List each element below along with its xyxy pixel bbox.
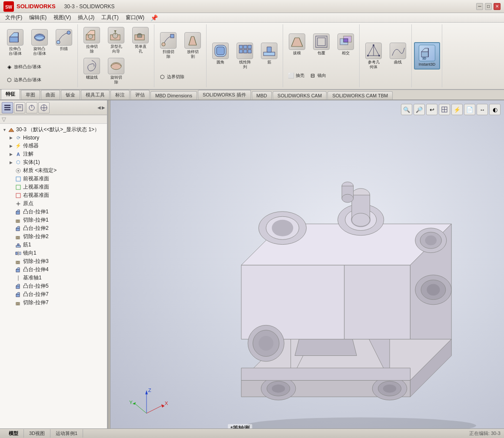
tree-item-front-plane[interactable]: ▶ 前视基准面 (9, 175, 105, 183)
tree-item-boss7[interactable]: ▶ 凸台-拉伸7 (9, 290, 105, 299)
mirror-button[interactable]: ⊟ 镜向 (307, 71, 328, 80)
close-button[interactable]: ✕ (494, 3, 501, 10)
svg-rect-17 (137, 35, 142, 37)
tree-item-boss2[interactable]: ▶ 凸台-拉伸2 (9, 224, 105, 232)
tab-sw-plugins[interactable]: SOLIDWORKS 插件 (198, 90, 251, 100)
menu-edit[interactable]: 编辑(E) (26, 13, 50, 22)
vp-section-btn[interactable]: ◐ (489, 104, 501, 115)
hole-wizard-button[interactable]: 异型孔向导 (104, 25, 128, 56)
boundary-boss-button[interactable]: ⬡ 边界凸台/基体 (3, 76, 43, 84)
sweep-cut-button[interactable]: 扫描切除 (157, 30, 180, 61)
filter-icon: ▽ (2, 116, 6, 123)
ref-geometry-button[interactable]: 参考几何体 (362, 41, 385, 71)
shell-hollow-button[interactable]: ⬜ 抽壳 (285, 71, 306, 80)
tree-item-axis1[interactable]: ▶ 基准轴1 (9, 274, 105, 282)
viewport[interactable]: Z X Y 🔍 🔎 ↩ ⚡ 📄 ↔ ◐ *等轴测 (110, 100, 504, 438)
loft-boss-button[interactable]: ◈ 放样凸台/基体 (3, 63, 43, 71)
draft-button[interactable]: 拔模 (285, 32, 309, 58)
intersect-button[interactable]: 相交 (334, 32, 357, 58)
tree-item-top-plane[interactable]: ▶ 上视基准面 (9, 183, 105, 191)
tree-item-cut2[interactable]: ▶ 切除-拉伸2 (9, 232, 105, 241)
tree-item-solid[interactable]: ▶ ⬡ 实体(1) (9, 158, 105, 166)
revolve-boss-button[interactable]: 旋转凸台/基体 (28, 27, 51, 58)
svg-rect-81 (16, 252, 17, 255)
rib-button[interactable]: 筋 (257, 41, 281, 71)
linear-pattern-button[interactable]: 线性阵列 (233, 41, 257, 71)
loft-cut-button[interactable]: 放样切割 (181, 30, 204, 61)
menu-tools[interactable]: 工具(T) (98, 13, 122, 22)
fillet-button[interactable]: 圆角 (209, 41, 232, 71)
tab-sw-cam-tbm[interactable]: SOLIDWORKS CAM TBM (327, 91, 393, 100)
tree-item-rib1[interactable]: ▶ 筋1 (9, 241, 105, 249)
vp-search-btn[interactable]: 🔍 (401, 104, 412, 115)
tree-item-label-boss5: 凸台-拉伸5 (23, 282, 49, 290)
tab-sw-cam[interactable]: SOLIDWORKS CAM (273, 91, 327, 100)
tab-mbd-dimensions[interactable]: MBD Dimensions (150, 91, 197, 100)
tree-item-material[interactable]: ▶ 材质 <未指定> (9, 166, 105, 175)
tree-item-label-boss1: 凸台-拉伸1 (23, 208, 49, 216)
revolve-cut-button[interactable]: 旋转切除 (104, 56, 128, 86)
tab-sheetmetal[interactable]: 钣金 (61, 90, 80, 100)
helix-button[interactable]: 螺旋线 (80, 56, 103, 86)
vp-scene-btn[interactable]: 📄 (464, 104, 475, 115)
simple-hole-label: 简单直孔 (135, 44, 147, 54)
tree-item-boss5[interactable]: ▶ 凸台-拉伸5 (9, 282, 105, 290)
tab-annotation[interactable]: 标注 (110, 90, 130, 100)
vp-back-btn[interactable]: ↩ (426, 104, 437, 115)
tab-evaluate[interactable]: 评估 (130, 90, 150, 100)
tree-item-annotations[interactable]: ▶ A 注解 (9, 150, 105, 158)
panel-btn-property-manager[interactable] (14, 102, 25, 113)
tab-mold[interactable]: 模具工具 (81, 90, 110, 100)
menu-insert[interactable]: 插入(J) (74, 13, 98, 22)
revolve-boss-label: 旋转凸台/基体 (33, 46, 46, 56)
tab-features[interactable]: 特征 (1, 89, 20, 100)
instant3d-button[interactable]: 3D Instant3D (414, 42, 440, 70)
toolbar-section-sweep-cut: 扫描切除 放样切割 ⬡ 边界切除 (155, 24, 207, 87)
toolbar-section-instant3d: 3D Instant3D (412, 24, 442, 87)
svg-marker-129 (295, 339, 357, 356)
boundary-cut-button[interactable]: ⬡ 边界切除 (157, 73, 204, 81)
statusbar-tab-3dview[interactable]: 3D视图 (24, 429, 50, 438)
maximize-button[interactable]: □ (485, 3, 492, 10)
extrude-cut-button[interactable]: 拉伸切除 (80, 25, 103, 56)
statusbar-tab-model[interactable]: 模型 (3, 429, 24, 438)
tree-item-cut3[interactable]: ▶ 切除-拉伸3 (9, 257, 105, 265)
vp-zoom-btn[interactable]: 🔎 (414, 104, 425, 115)
tab-mbd[interactable]: MBD (252, 91, 272, 100)
minimize-button[interactable]: ─ (476, 3, 483, 10)
panel-expand-left[interactable]: ◀ (97, 105, 101, 110)
menu-file[interactable]: 文件(F) (2, 13, 26, 22)
panel-expand-right[interactable]: ▶ (102, 105, 105, 110)
tree-item-history[interactable]: ▶ ⟳ History (9, 134, 105, 142)
tree-item-origin[interactable]: ▶ 原点 (9, 199, 105, 208)
panel-btn-feature-manager[interactable] (2, 102, 13, 113)
tree-item-right-plane[interactable]: ▶ 右视基准面 (9, 191, 105, 199)
panel-btn-dimetric[interactable] (38, 102, 50, 113)
shell-button[interactable]: 包覆 (310, 32, 333, 58)
vp-light-btn[interactable]: ⚡ (451, 104, 463, 115)
pin-icon[interactable]: 📌 (150, 14, 158, 22)
tree-item-cut7[interactable]: ▶ 切除-拉伸7 (9, 299, 105, 307)
tab-surface[interactable]: 曲面 (41, 90, 60, 100)
menu-view[interactable]: 视图(V) (50, 13, 74, 22)
boss-extrude-button[interactable]: 拉伸凸台/基体 (3, 27, 27, 58)
tree-item-boss1[interactable]: ▶ 凸台-拉伸1 (9, 208, 105, 216)
tree-item-sensors[interactable]: ▶ ⚡ 传感器 (9, 142, 105, 150)
sweep-button[interactable]: 扫描 (52, 27, 76, 58)
simple-hole-button[interactable]: 简单直孔 (129, 25, 152, 56)
tree-item-cut1[interactable]: ▶ 切除-拉伸1 (9, 216, 105, 224)
curves-button[interactable]: 曲线 (386, 41, 410, 71)
tree-item-label-boss2: 凸台-拉伸2 (23, 225, 49, 232)
tree-item-boss4[interactable]: ▶ 凸台-拉伸4 (9, 265, 105, 274)
tree-root-item[interactable]: ▼ 30-3 （默认<<默认>_显示状态 1>） (2, 126, 105, 134)
panel-btn-config-manager[interactable] (26, 102, 37, 113)
menu-window[interactable]: 窗口(W) (122, 13, 148, 22)
tab-sketch[interactable]: 草图 (21, 90, 40, 100)
boss4-icon (15, 266, 22, 273)
tree-item-mirror1[interactable]: ▶ 镜向1 (9, 249, 105, 257)
statusbar-tab-motion[interactable]: 运动算例1 (50, 429, 83, 438)
feature-tree[interactable]: ▼ 30-3 （默认<<默认>_显示状态 1>） ▶ ⟳ History (0, 124, 107, 438)
tree-item-arrow-empty: ▶ (10, 243, 15, 247)
vp-view-orient-btn[interactable] (439, 104, 450, 115)
vp-display-btn[interactable]: ↔ (477, 104, 488, 115)
